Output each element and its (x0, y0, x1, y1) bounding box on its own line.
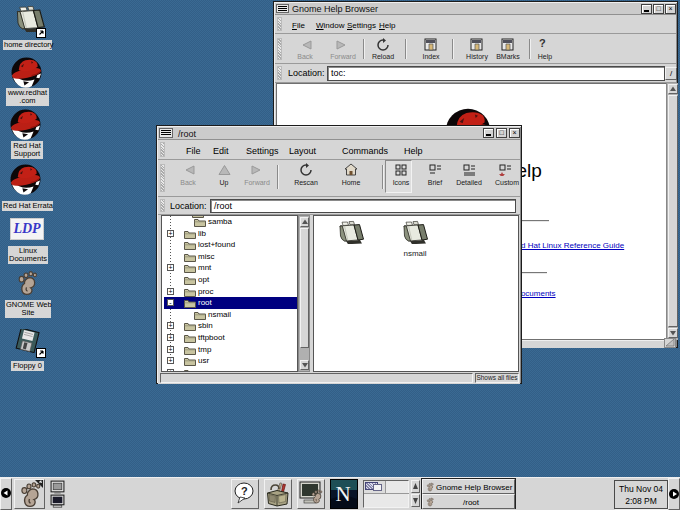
svg-text:N: N (336, 482, 351, 506)
svg-text:?: ? (241, 485, 248, 497)
